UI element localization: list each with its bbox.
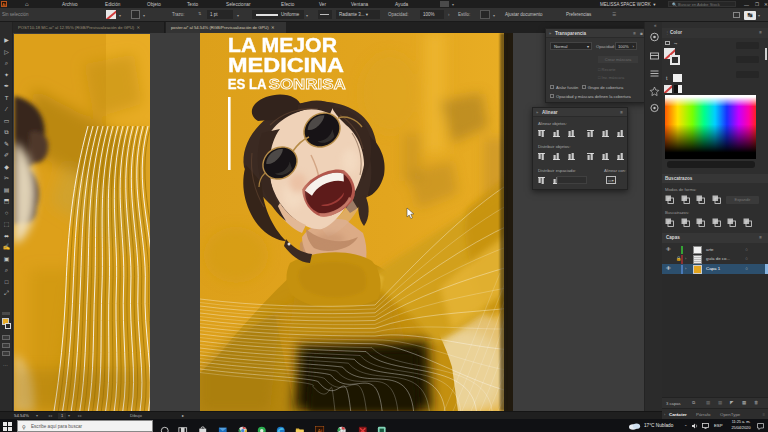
- svg-text:ES LA: ES LA: [228, 75, 267, 92]
- svg-text:SONRISA: SONRISA: [269, 75, 346, 92]
- svg-text:MEDICINA: MEDICINA: [228, 55, 344, 76]
- svg-text:LA MEJOR: LA MEJOR: [228, 35, 337, 56]
- svg-text:Ai: Ai: [317, 428, 322, 432]
